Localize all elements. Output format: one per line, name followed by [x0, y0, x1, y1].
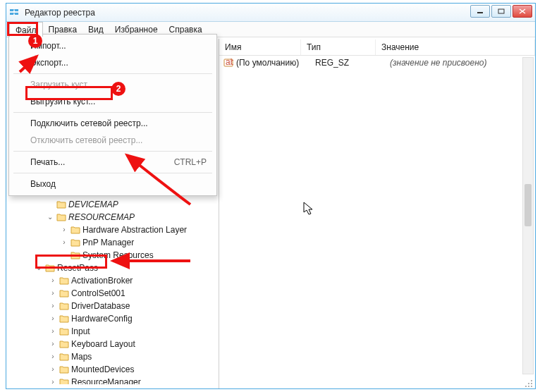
row-value: (значение не присвоено)	[390, 58, 531, 68]
tree-row[interactable]: ›Maps	[9, 350, 216, 363]
list-pane[interactable]: Имя Тип Значение ab (По умолчанию) REG_S…	[219, 39, 535, 388]
folder-icon	[59, 365, 69, 374]
tree-collapse-icon[interactable]: ›	[60, 226, 68, 233]
tree-collapse-icon[interactable]: ›	[49, 341, 57, 348]
tree-collapse-icon[interactable]: ›	[49, 328, 57, 335]
folder-icon	[59, 340, 69, 348]
string-value-icon: ab	[223, 58, 233, 68]
tree-collapse-icon[interactable]: ›	[49, 366, 57, 373]
menu-exit[interactable]: Выход	[9, 176, 216, 192]
folder-icon	[59, 353, 69, 361]
tree-collapse-icon[interactable]: ›	[49, 290, 57, 297]
tree-row[interactable]: ›ControlSet001	[9, 287, 216, 300]
tree-row[interactable]: DEVICEMAP	[9, 198, 216, 211]
tree-row[interactable]: ›HardwareConfig	[9, 312, 216, 325]
folder-icon	[45, 264, 55, 272]
tree-collapse-icon[interactable]: ›	[49, 379, 57, 384]
minimize-button[interactable]	[470, 5, 490, 18]
folder-icon	[70, 251, 80, 259]
svg-text:ab: ab	[226, 58, 233, 67]
tree-row[interactable]: ›MountedDevices	[9, 363, 216, 376]
vertical-scrollbar[interactable]	[522, 57, 534, 374]
window-controls	[470, 5, 532, 18]
maximize-button[interactable]	[491, 5, 511, 18]
menu-file[interactable]: Файл	[9, 22, 43, 37]
menu-connect-network[interactable]: Подключить сетевой реестр...	[9, 115, 216, 132]
tree-expand-icon[interactable]: ⌄	[35, 264, 43, 271]
menu-unload-hive[interactable]: Выгрузить куст...	[9, 93, 216, 110]
folder-icon	[56, 200, 66, 209]
menu-separator	[13, 151, 212, 152]
svg-rect-3	[15, 13, 18, 15]
window-title: Редактор реестра	[25, 8, 95, 18]
tree-label: ControlSet001	[71, 288, 125, 298]
menu-print-label: Печать...	[30, 157, 65, 167]
list-header: Имя Тип Значение	[219, 39, 535, 56]
tree-row[interactable]: ⌄RESOURCEMAP	[9, 211, 216, 223]
folder-icon	[56, 213, 66, 221]
menu-print-shortcut: CTRL+P	[174, 157, 207, 167]
folder-icon	[59, 327, 69, 336]
tree-row[interactable]: ›DriverDatabase	[9, 300, 216, 312]
tree-label: Keyboard Layout	[71, 339, 135, 349]
tree-row[interactable]: ›PnP Manager	[9, 236, 216, 249]
tree-label: Maps	[71, 352, 92, 362]
tree-row[interactable]: ›ResourceManager	[9, 376, 216, 384]
menu-separator	[13, 73, 212, 74]
tree-label: DEVICEMAP	[68, 200, 118, 209]
tree-row[interactable]: ›Input	[9, 325, 216, 338]
menu-separator	[13, 173, 212, 173]
tree-expand-icon[interactable]: ⌄	[46, 214, 54, 221]
menu-print[interactable]: Печать... CTRL+P	[9, 154, 216, 171]
col-type[interactable]: Тип	[301, 39, 376, 55]
tree-collapse-icon[interactable]: ›	[49, 302, 57, 310]
registry-tree[interactable]: DESCRIPTIONDEVICEMAP⌄RESOURCEMAP›Hardwar…	[9, 185, 216, 384]
tree-collapse-icon[interactable]: ›	[49, 315, 57, 322]
menu-disconnect-network: Отключить сетевой реестр...	[9, 132, 216, 149]
tree-label: Hardware Abstraction Layer	[82, 225, 187, 235]
tree-collapse-icon[interactable]: ›	[49, 353, 57, 360]
folder-icon	[59, 314, 69, 323]
tree-label: MountedDevices	[71, 365, 134, 374]
folder-icon	[59, 276, 69, 285]
folder-icon	[59, 378, 69, 384]
file-menu-dropdown: Импорт... Экспорт... Загрузить куст... В…	[8, 34, 217, 196]
tree-label: System Resources	[82, 250, 154, 260]
folder-icon	[59, 302, 69, 310]
menu-separator	[13, 112, 212, 113]
row-name: (По умолчанию)	[236, 58, 315, 68]
tree-label: ResetPass	[57, 263, 98, 273]
app-icon	[9, 7, 20, 18]
menu-load-hive: Загрузить куст...	[9, 76, 216, 93]
tree-label: PnP Manager	[82, 238, 134, 247]
tree-row[interactable]: ›ActivationBroker	[9, 274, 216, 287]
scrollbar-thumb[interactable]	[524, 184, 532, 226]
row-type: REG_SZ	[315, 58, 390, 68]
tree-row[interactable]: System Resources	[9, 249, 216, 262]
svg-rect-0	[10, 9, 13, 11]
menu-export[interactable]: Экспорт...	[9, 54, 216, 71]
tree-row[interactable]: ›Keyboard Layout	[9, 338, 216, 350]
menu-import[interactable]: Импорт...	[9, 37, 216, 54]
close-button[interactable]	[513, 5, 532, 18]
folder-icon	[59, 289, 69, 298]
titlebar[interactable]: Редактор реестра	[6, 4, 535, 22]
tree-label: Input	[71, 326, 90, 336]
tree-collapse-icon[interactable]: ›	[49, 277, 57, 284]
tree-label: RESOURCEMAP	[68, 212, 135, 222]
tree-label: ResourceManager	[71, 377, 141, 384]
list-row[interactable]: ab (По умолчанию) REG_SZ (значение не пр…	[219, 56, 535, 70]
svg-rect-7	[498, 9, 504, 13]
folder-icon	[70, 238, 80, 247]
tree-label: ActivationBroker	[71, 276, 133, 286]
tree-label: HardwareConfig	[71, 314, 133, 324]
col-name[interactable]: Имя	[219, 39, 301, 55]
col-value[interactable]: Значение	[376, 39, 535, 55]
svg-rect-1	[10, 13, 13, 15]
tree-collapse-icon[interactable]: ›	[60, 239, 68, 246]
tree-label: DriverDatabase	[71, 301, 130, 311]
svg-rect-2	[15, 9, 18, 11]
tree-row[interactable]: ⌄ResetPass	[9, 262, 216, 274]
tree-row[interactable]: ›Hardware Abstraction Layer	[9, 223, 216, 236]
folder-icon	[70, 226, 80, 234]
